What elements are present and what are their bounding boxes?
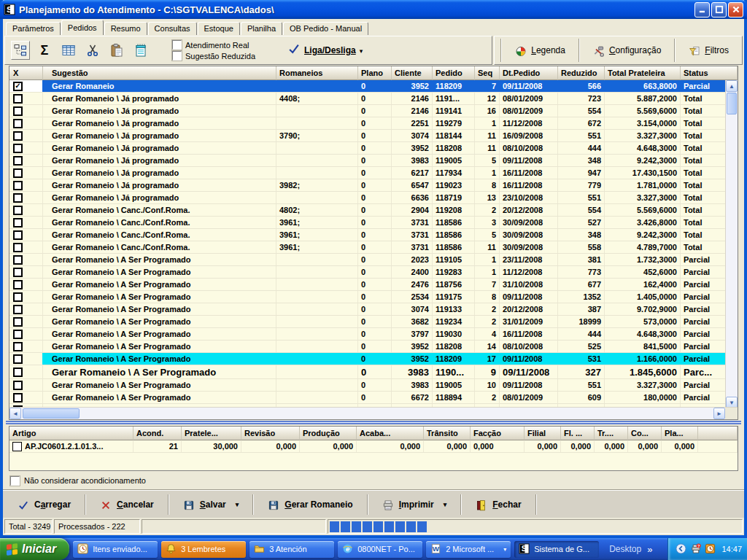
vertical-scrollbar[interactable]: ▲ ▼ — [725, 80, 738, 408]
row-checkbox[interactable] — [13, 156, 23, 166]
detail-column-header-acaba[interactable]: Acaba... — [357, 427, 424, 440]
collapse-icon[interactable] — [676, 543, 687, 555]
grid-row[interactable]: Gerar Romaneio \ Canc./Conf.Roma.3961;03… — [9, 241, 738, 254]
grid-row[interactable]: Gerar Romaneio \ A Ser Programado0247611… — [9, 279, 738, 291]
grid-row[interactable]: Gerar Romaneio \ A Ser Programado0395211… — [9, 341, 738, 353]
grid-row[interactable]: Gerar Romaneio \ Já programado3790;03074… — [9, 130, 738, 142]
row-checkbox[interactable] — [13, 144, 23, 153]
start-button[interactable]: Iniciar — [0, 538, 69, 560]
detail-column-header-pla[interactable]: Pla... — [662, 427, 698, 440]
row-checkbox[interactable] — [13, 255, 23, 265]
column-header-reduzido[interactable]: Reduzido — [558, 66, 605, 80]
row-checkbox[interactable] — [13, 268, 23, 277]
scroll-right-icon[interactable]: ► — [713, 408, 725, 419]
row-checkbox[interactable] — [13, 119, 23, 128]
carregar-button[interactable]: Carregar — [6, 494, 82, 516]
row-checkbox[interactable] — [13, 131, 23, 141]
grid-row[interactable]: Gerar Romaneio \ A Ser Programado0398311… — [9, 365, 738, 379]
filtros-button[interactable]: Filtros — [680, 39, 738, 61]
paste-icon[interactable] — [107, 41, 126, 60]
grid-row[interactable]: Gerar Romaneio \ A Ser Programado0667211… — [9, 392, 738, 404]
row-checkbox[interactable] — [13, 193, 23, 203]
detail-column-header-pratele[interactable]: Pratele... — [182, 427, 241, 440]
imprimir-button[interactable]: Imprimir▾ — [371, 494, 459, 516]
detail-column-header-co[interactable]: Co... — [628, 427, 662, 440]
taskbar-item-itens-enviado[interactable]: Itens enviado... — [73, 541, 158, 558]
horizontal-scrollbar[interactable]: ◄ ► — [9, 407, 738, 419]
row-checkbox[interactable] — [13, 230, 23, 240]
scroll-up-icon[interactable]: ▲ — [726, 80, 738, 92]
row-checkbox[interactable] — [13, 206, 23, 215]
taskbar-item-2-microsoft[interactable]: W2 Microsoft ...▾ — [426, 541, 511, 558]
detail-column-header-transito[interactable]: Trânsito — [424, 427, 471, 440]
tab-resumo[interactable]: Resumo — [104, 22, 147, 35]
tab-consultas[interactable]: Consultas — [148, 22, 197, 35]
grid-row[interactable]: Gerar Romaneio \ Já programado0663611871… — [9, 192, 738, 204]
grid-row[interactable]: Gerar Romaneio \ Já programado3982;06547… — [9, 179, 738, 192]
column-header-sugestao[interactable]: Sugestão — [43, 66, 276, 80]
row-checkbox[interactable] — [13, 381, 23, 390]
detail-column-header-artigo[interactable]: Artigo — [9, 427, 133, 440]
acond-checkbox[interactable] — [10, 476, 20, 486]
row-checkbox[interactable] — [13, 342, 23, 351]
taskbar-item-sistema-de-g[interactable]: SSistema de G... — [514, 541, 599, 558]
tab-parametros[interactable]: Parâmetros — [6, 22, 61, 35]
column-header-dt-pedido[interactable]: Dt.Pedido — [500, 66, 558, 80]
close-button[interactable] — [728, 2, 743, 18]
checkbox-atendimento-real[interactable]: Atendimento Real — [172, 40, 255, 50]
grid-row[interactable]: ✓Gerar Romaneio03952118209709/11/2008566… — [9, 80, 738, 93]
row-checkbox[interactable] — [13, 218, 23, 228]
column-header-plano[interactable]: Plano — [358, 66, 392, 80]
grid-row[interactable]: Gerar Romaneio \ A Ser Programado0240011… — [9, 266, 738, 279]
chevron-right-icon[interactable]: » — [647, 544, 652, 555]
checkbox-box[interactable] — [172, 51, 182, 61]
detail-grid-row[interactable]: AP.JC0601.2.1.01.3...2130,0000,0000,0000… — [9, 440, 738, 453]
legenda-button[interactable]: Legenda — [506, 39, 574, 61]
cancelar-button[interactable]: Cancelar — [88, 494, 166, 516]
taskbar-item-3-atencion[interactable]: 3 Atención — [249, 541, 334, 558]
horizontal-scroll-thumb[interactable] — [23, 408, 80, 419]
detail-column-header-fl[interactable]: Fl. ... — [561, 427, 595, 440]
detail-column-header-filial[interactable]: Filial — [525, 427, 561, 440]
tab-planilha[interactable]: Planilha — [241, 22, 282, 35]
row-checkbox[interactable]: ✓ — [13, 82, 23, 91]
taskbar-item-0800net-po[interactable]: e0800NET - Po... — [338, 541, 422, 558]
checkbox-box[interactable] — [172, 40, 182, 50]
liga-desliga-toggle[interactable]: Liga/Desliga ▾ — [287, 42, 363, 58]
chevron-down-icon[interactable]: ▾ — [236, 501, 239, 508]
minimize-button[interactable] — [694, 2, 710, 18]
scroll-left-icon[interactable]: ◄ — [9, 408, 21, 419]
sum-icon[interactable]: Σ — [35, 41, 54, 60]
desktop-label[interactable]: Desktop — [609, 544, 641, 554]
column-header-pedido[interactable]: Pedido — [433, 66, 475, 80]
detail-column-header-faccao[interactable]: Facção — [471, 427, 525, 440]
row-checkbox[interactable] — [13, 243, 23, 252]
title-bar[interactable]: S Planejamento do Atendimento - C:\SGTVA… — [0, 0, 747, 19]
detail-column-header-producao[interactable]: Produção — [300, 427, 357, 440]
taskbar-item-3-lembretes[interactable]: 3 Lembretes — [161, 541, 246, 558]
scheduler-icon[interactable] — [705, 543, 716, 555]
grid-row[interactable]: Gerar Romaneio \ A Ser Programado0395211… — [9, 353, 738, 365]
salvar-button[interactable]: Salvar▾ — [171, 494, 251, 516]
detail-column-header-revisao[interactable]: Revisão — [241, 427, 300, 440]
row-checkbox[interactable] — [13, 330, 23, 339]
maximize-button[interactable] — [711, 2, 727, 18]
grid-row[interactable]: Gerar Romaneio \ Já programado0621711793… — [9, 167, 738, 179]
row-checkbox[interactable] — [13, 94, 23, 104]
column-header-romaneios[interactable]: Romaneios — [276, 66, 358, 80]
splitter[interactable] — [6, 420, 741, 426]
row-checkbox[interactable] — [13, 354, 23, 364]
detail-column-header-tr[interactable]: Tr.... — [595, 427, 628, 440]
printer-alert-icon[interactable]: ? — [690, 543, 702, 555]
grid-row[interactable]: Gerar Romaneio \ Já programado0395211820… — [9, 142, 738, 155]
grid-row[interactable]: Gerar Romaneio \ A Ser Programado0202311… — [9, 254, 738, 266]
column-header-status[interactable]: Status — [681, 66, 738, 80]
column-header-cliente[interactable]: Cliente — [392, 66, 433, 80]
grid-row[interactable]: Gerar Romaneio \ A Ser Programado0368211… — [9, 316, 738, 328]
row-checkbox[interactable] — [13, 292, 23, 302]
grid-row[interactable]: Gerar Romaneio \ A Ser Programado0253411… — [9, 291, 738, 303]
gerar-romaneio-button[interactable]: Gerar Romaneio — [256, 494, 364, 516]
row-checkbox[interactable] — [13, 106, 23, 116]
row-checkbox[interactable] — [13, 305, 23, 314]
chevron-down-icon[interactable]: ▾ — [503, 546, 506, 553]
